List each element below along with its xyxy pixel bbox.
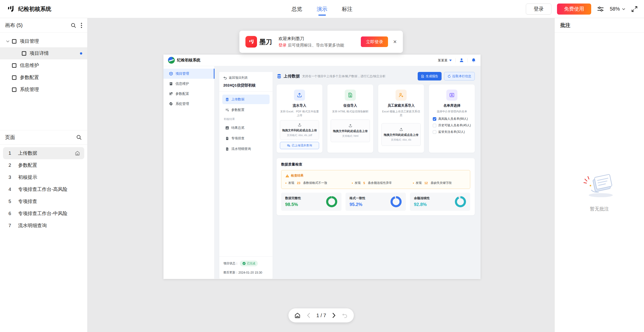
mockingbot-logo-icon xyxy=(6,5,15,13)
page-item-workbench-mid[interactable]: 6 专项排查工作台-中风险 xyxy=(3,208,84,220)
check-circle-icon xyxy=(242,262,246,265)
tree-item-info-maintenance[interactable]: 信息维护 xyxy=(0,59,87,71)
file-dropzone[interactable]: 拖拽文件到此处或点击上传 支持格式: xlsx, xls, pdf xyxy=(280,120,319,140)
mockingbot-app-icon xyxy=(245,36,257,48)
tab-annotate[interactable]: 标注 xyxy=(342,0,353,18)
bar-chart-icon xyxy=(225,126,229,130)
page-item-flow-detail[interactable]: 7 流水明细查询 xyxy=(3,220,84,232)
pages-section-title: 页面 xyxy=(5,134,15,141)
checkbox-icon[interactable] xyxy=(433,124,436,127)
current-canvas-dot xyxy=(80,52,82,55)
list-search-icon xyxy=(287,144,290,147)
fullscreen-icon[interactable] xyxy=(631,6,638,13)
annotation-panel-title: 批注 xyxy=(555,18,644,33)
checkbox-high-risk-list[interactable]: 高风险人员名单(68人) xyxy=(433,117,471,121)
user-icon[interactable] xyxy=(459,58,464,63)
welcome-banner: 墨刀 欢迎来到墨刀 登录后可使用标注、导出等更多功能 立即登录 × xyxy=(239,31,403,53)
project-menu-flow-detail[interactable]: 流水明细查询 xyxy=(222,144,270,154)
page-indicator: 1 / 7 xyxy=(316,313,326,318)
metric-format-consistency: 格式一致性 95.2% xyxy=(346,193,406,211)
login-now-button[interactable]: 立即登录 xyxy=(361,36,388,47)
warning-triangle-icon xyxy=(285,174,289,178)
banner-login-link[interactable]: 登录 xyxy=(279,43,287,47)
cube-icon xyxy=(169,72,173,76)
content-title: 上传数据 xyxy=(284,74,300,79)
tab-overview[interactable]: 总览 xyxy=(292,0,302,18)
tree-item-label: 参数配置 xyxy=(20,74,39,81)
checkbox-history-suspect-list[interactable]: 历史可疑人员名单(45人) xyxy=(433,123,471,128)
page-item-review-hint[interactable]: 3 初核提示 xyxy=(3,171,84,183)
app-title: 纪检初核系统 xyxy=(18,5,51,13)
design-nav-project-management[interactable]: 项目管理 xyxy=(163,69,214,79)
page-label: 专项排查 xyxy=(18,198,37,205)
tree-item-label: 项目详情 xyxy=(30,50,49,57)
checkbox-icon[interactable] xyxy=(433,117,436,121)
back-to-project-list[interactable]: 返回项目列表 xyxy=(219,72,273,82)
fetch-bank-info-button[interactable]: 拉取本行信息 xyxy=(444,72,475,80)
quality-title: 数据质量检查 xyxy=(281,162,470,167)
tree-item-system-management[interactable]: 系统管理 xyxy=(0,84,87,96)
tab-present[interactable]: 演示 xyxy=(317,0,327,18)
project-menu-result-overview[interactable]: 结果总览 xyxy=(222,123,270,133)
restart-icon[interactable] xyxy=(342,312,348,318)
project-menu-upload-data[interactable]: 上传数据 xyxy=(222,95,270,104)
prev-page-icon[interactable] xyxy=(307,313,310,318)
project-menu-special-check[interactable]: 专项排查 xyxy=(222,134,270,143)
checkbox-regulator-watch-list[interactable]: 监管关注名单(32人) xyxy=(433,130,471,134)
user-dropdown[interactable]: 某某某 xyxy=(438,58,452,63)
card-title: 员工家庭关系导入 xyxy=(381,103,421,108)
page-label: 专项排查工作台-中风险 xyxy=(18,210,67,217)
generate-report-button[interactable]: 生成报告 xyxy=(418,72,442,80)
page-label: 参数配置 xyxy=(18,162,37,169)
project-status-footer: 项目状态： 已完成 最后更新： 2024-01-20 15:30 xyxy=(219,256,273,279)
card-desc: 选择中介库管理内的名单 xyxy=(432,110,471,113)
upload-card-credit-import: 征信导入 支持 HTML 格式征信报告解析 拖拽文件到此处或点击上传 支持格式:… xyxy=(327,85,373,153)
page-item-parameter-config[interactable]: 2 参数配置 xyxy=(3,159,84,171)
design-frame: 纪检初核系统 某某某 xyxy=(163,55,481,279)
annotation-panel: 批注 暂无批注 xyxy=(554,18,644,332)
project-menu-parameter-config[interactable]: 参数配置 xyxy=(222,105,270,115)
close-icon[interactable]: × xyxy=(393,39,397,45)
home-icon[interactable] xyxy=(294,312,301,319)
page-number: 2 xyxy=(5,162,15,168)
empty-annotations-text: 暂无批注 xyxy=(590,206,609,212)
pages-list: 1 上传数据 2 参数配置 3 初核提示 4 专项排查工作台-高风险 5 专项排… xyxy=(0,144,87,232)
file-dropzone[interactable]: 拖拽文件到此处或点击上传 支持格式: xlsx, xls xyxy=(381,123,421,146)
bell-icon[interactable] xyxy=(471,58,476,63)
more-kebab-icon[interactable] xyxy=(81,22,82,28)
top-bar: 纪检初核系统 总览 演示 标注 登录 免费使用 58% xyxy=(0,0,644,18)
design-nav-system-management[interactable]: 系统管理 xyxy=(163,99,214,109)
last-updated-label: 最后更新： xyxy=(223,270,238,275)
zoom-level-control[interactable]: 58% xyxy=(610,6,625,12)
banner-title: 欢迎来到墨刀 xyxy=(279,36,344,42)
project-sidebar: 返回项目列表 2024Q1信贷部初核 上传数据 xyxy=(219,72,273,279)
login-button[interactable]: 登录 xyxy=(526,4,551,15)
page-item-special-check[interactable]: 5 专项排查 xyxy=(3,195,84,208)
tree-item-project-detail[interactable]: 项目详情 xyxy=(0,47,87,59)
page-navigator: 1 / 7 xyxy=(288,308,354,322)
free-use-button[interactable]: 免费使用 xyxy=(557,4,591,15)
design-nav-parameter-config[interactable]: 参数配置 xyxy=(163,89,214,99)
design-left-nav: 项目管理 信息维护 参数配置 xyxy=(163,66,214,279)
tree-item-label: 系统管理 xyxy=(20,86,39,93)
tree-item-label: 项目管理 xyxy=(20,38,39,45)
search-icon[interactable] xyxy=(70,22,77,29)
tree-item-project-management[interactable]: 项目管理 xyxy=(0,35,87,47)
design-app-header: 纪检初核系统 某某某 xyxy=(163,55,481,66)
file-dropzone[interactable]: 拖拽文件到此处或点击上传 支持格式: html xyxy=(331,119,370,142)
chevron-down-icon[interactable] xyxy=(4,40,12,43)
donut-gauge xyxy=(326,196,337,208)
page-label: 初核提示 xyxy=(18,174,37,181)
upload-data-page: 上传数据 支持在一个项目中上传多个主体/账户数据，进行汇总/独立分析 生成报告 xyxy=(277,72,475,279)
layers-sidebar: 画布 (5) 项目管理 项目详情 xyxy=(0,18,88,332)
search-icon[interactable] xyxy=(76,134,82,141)
design-nav-info-maintenance[interactable]: 信息维护 xyxy=(163,79,214,89)
page-item-upload-data[interactable]: 1 上传数据 xyxy=(3,147,84,159)
page-item-workbench-high[interactable]: 4 专项排查工作台-高风险 xyxy=(3,183,84,195)
uploaded-flow-query-button[interactable]: 已上传流水查询 xyxy=(280,142,319,149)
next-page-icon[interactable] xyxy=(332,313,336,318)
card-desc: 支持 Excel、PDF 格式文件批量上传 xyxy=(280,110,319,117)
settings-sliders-icon[interactable] xyxy=(597,5,604,13)
tree-item-parameter-config[interactable]: 参数配置 xyxy=(0,71,87,84)
checkbox-icon[interactable] xyxy=(433,130,436,134)
